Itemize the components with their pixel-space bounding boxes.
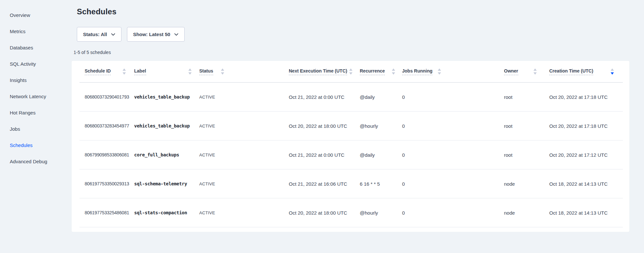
table-row: 806799098533806081 core_full_backups ACT…: [79, 140, 623, 169]
jobs-running-cell: 0: [397, 181, 499, 187]
column-header-owner[interactable]: Owner: [499, 61, 544, 82]
sidebar-item-advanced-debug[interactable]: Advanced Debug: [10, 153, 47, 169]
jobs-running-cell: 0: [397, 94, 499, 100]
sidebar-item-insights[interactable]: Insights: [10, 72, 47, 88]
next-execution-cell: Oct 21, 2022 at 0:00 UTC: [284, 152, 355, 158]
schedule-id-cell: 806800373290401793: [79, 94, 129, 100]
owner-cell: root: [499, 94, 544, 100]
chevron-down-icon: [111, 33, 115, 36]
next-execution-cell: Oct 20, 2022 at 18:00 UTC: [284, 123, 355, 129]
column-header-next-execution-time[interactable]: Next Execution Time (UTC): [284, 61, 355, 82]
owner-cell: node: [499, 181, 544, 187]
recurrence-cell: @daily: [355, 94, 397, 100]
owner-cell: node: [499, 210, 544, 216]
schedule-id-cell: 806197753325486081: [79, 210, 129, 215]
sidebar-item-hot-ranges[interactable]: Hot Ranges: [10, 104, 47, 121]
owner-cell: root: [499, 152, 544, 158]
recurrence-cell: @daily: [355, 152, 397, 158]
table-row: 806800373283454977 vehicles_table_backup…: [79, 112, 623, 140]
schedule-label-cell: vehicles_table_backup: [129, 94, 194, 100]
filter-bar: Status: All Show: Latest 50: [77, 27, 185, 42]
creation-time-cell: Oct 20, 2022 at 17:12 UTC: [544, 152, 623, 158]
sort-icon[interactable]: [533, 68, 537, 75]
jobs-running-cell: 0: [397, 210, 499, 216]
sidebar-item-jobs[interactable]: Jobs: [10, 121, 47, 137]
status-cell: ACTIVE: [194, 181, 284, 186]
show-filter-label: Show: Latest 50: [133, 32, 170, 37]
sidebar-item-overview[interactable]: Overview: [10, 7, 47, 23]
status-cell: ACTIVE: [194, 210, 284, 215]
schedule-label-cell: sql-stats-compaction: [129, 210, 194, 215]
sidebar: Overview Metrics Databases SQL Activity …: [10, 7, 47, 169]
status-cell: ACTIVE: [194, 153, 284, 157]
schedule-id-cell: 806800373283454977: [79, 123, 129, 128]
column-header-label: Recurrence: [360, 68, 385, 75]
sidebar-item-databases[interactable]: Databases: [10, 39, 47, 56]
schedule-id-cell: 806799098533806081: [79, 152, 129, 157]
column-header-label: Jobs Running: [402, 68, 432, 75]
owner-cell: root: [499, 123, 544, 129]
sort-icon[interactable]: [221, 68, 224, 75]
jobs-running-cell: 0: [397, 152, 499, 158]
table-row: 806800373290401793 vehicles_table_backup…: [79, 83, 623, 112]
schedules-table: Schedule ID Label Status Next Execution …: [79, 61, 623, 227]
table-row: 806197753350029313 sql-schema-telemetry …: [79, 169, 623, 198]
jobs-running-cell: 0: [397, 123, 499, 129]
recurrence-cell: @hourly: [355, 210, 397, 216]
status-cell: ACTIVE: [194, 124, 284, 128]
column-header-recurrence[interactable]: Recurrence: [355, 61, 397, 82]
column-header-label: Schedule ID: [85, 68, 111, 75]
creation-time-cell: Oct 18, 2022 at 14:13 UTC: [544, 181, 623, 187]
schedule-label-cell: core_full_backups: [129, 152, 194, 157]
schedule-label-cell: sql-schema-telemetry: [129, 181, 194, 186]
status-filter-dropdown[interactable]: Status: All: [77, 27, 121, 42]
sort-icon[interactable]: [392, 68, 395, 75]
column-header-schedule-id[interactable]: Schedule ID: [79, 61, 129, 82]
status-cell: ACTIVE: [194, 95, 284, 100]
table-row: 806197753325486081 sql-stats-compaction …: [79, 198, 623, 227]
next-execution-cell: Oct 21, 2022 at 0:00 UTC: [284, 94, 355, 100]
schedule-label-cell: vehicles_table_backup: [129, 123, 194, 128]
column-header-label[interactable]: Label: [129, 61, 194, 82]
creation-time-cell: Oct 20, 2022 at 17:18 UTC: [544, 94, 623, 100]
sidebar-item-network-latency[interactable]: Network Latency: [10, 88, 47, 104]
recurrence-cell: @hourly: [355, 123, 397, 129]
column-header-creation-time[interactable]: Creation Time (UTC): [544, 61, 623, 82]
creation-time-cell: Oct 20, 2022 at 17:18 UTC: [544, 123, 623, 129]
show-filter-dropdown[interactable]: Show: Latest 50: [127, 27, 185, 42]
status-filter-label: Status: All: [83, 32, 107, 37]
column-header-status[interactable]: Status: [194, 61, 284, 82]
column-header-label: Owner: [504, 68, 518, 75]
sidebar-item-metrics[interactable]: Metrics: [10, 23, 47, 39]
sidebar-item-schedules[interactable]: Schedules: [10, 137, 47, 153]
sort-icon[interactable]: [610, 68, 614, 75]
sidebar-item-sql-activity[interactable]: SQL Activity: [10, 56, 47, 72]
results-count: 1-5 of 5 schedules: [74, 50, 111, 55]
next-execution-cell: Oct 20, 2022 at 18:00 UTC: [284, 210, 355, 216]
table-header-row: Schedule ID Label Status Next Execution …: [79, 61, 623, 83]
schedule-id-cell: 806197753350029313: [79, 181, 129, 186]
column-header-label: Status: [199, 68, 213, 75]
next-execution-cell: Oct 21, 2022 at 16:06 UTC: [284, 181, 355, 187]
column-header-jobs-running[interactable]: Jobs Running: [397, 61, 499, 82]
page-title: Schedules: [77, 7, 117, 16]
column-header-label: Label: [134, 68, 146, 75]
chevron-down-icon: [174, 33, 178, 36]
sort-icon[interactable]: [438, 68, 441, 75]
sort-icon[interactable]: [349, 68, 353, 75]
creation-time-cell: Oct 18, 2022 at 14:13 UTC: [544, 210, 623, 216]
sort-icon[interactable]: [122, 68, 126, 75]
column-header-label: Creation Time (UTC): [549, 68, 593, 75]
column-header-label: Next Execution Time (UTC): [289, 68, 347, 75]
recurrence-cell: 6 16 * * 5: [355, 181, 397, 187]
schedules-table-panel: Schedule ID Label Status Next Execution …: [72, 61, 629, 232]
sort-icon[interactable]: [188, 68, 192, 75]
